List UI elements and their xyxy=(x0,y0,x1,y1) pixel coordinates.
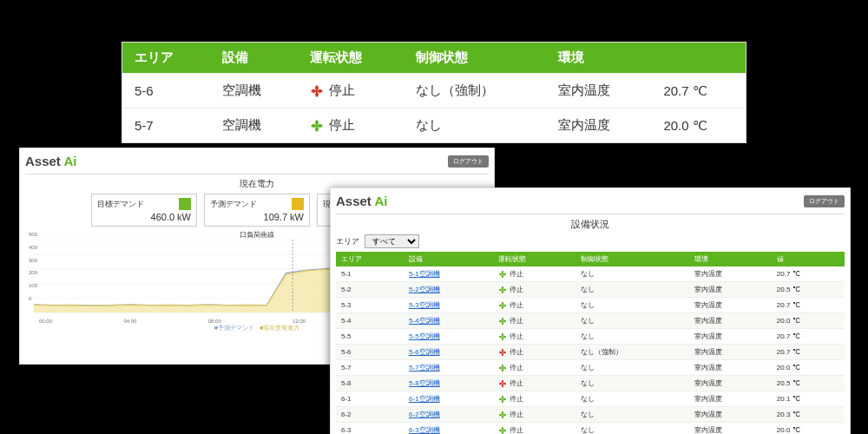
cell-area: 5-6 xyxy=(122,74,210,108)
eq-th-ctrl: 制御状態 xyxy=(575,252,688,266)
cell-env: 室内温度 xyxy=(689,298,772,313)
cell-run: 停止 xyxy=(493,376,575,391)
brand-logo: Asset Ai xyxy=(25,154,76,168)
table-row: 5-7 空調機 停止 なし 室内温度 20.0 ℃ xyxy=(122,108,746,143)
cell-ctrl: なし xyxy=(575,391,688,407)
table-row: 5-6 空調機 停止 なし（強制） 室内温度 20.7 ℃ xyxy=(122,74,746,108)
fan-icon xyxy=(498,270,507,279)
fan-icon xyxy=(498,348,507,357)
cell-equip: 5-1空調機 xyxy=(404,266,493,282)
cell-equip: 5-6空調機 xyxy=(404,345,493,360)
th-env: 環境 xyxy=(546,43,746,74)
demand-value: 460.0 kW xyxy=(97,212,191,222)
brand-asset: Asset xyxy=(336,194,374,208)
cell-env: 室内温度 xyxy=(689,345,772,360)
cell-ctrl: なし（強制） xyxy=(404,74,545,108)
status-badge-icon xyxy=(179,198,191,210)
equipment-link[interactable]: 5-8空調機 xyxy=(409,379,440,387)
cell-ctrl: なし xyxy=(575,282,688,298)
cell-area: 6-1 xyxy=(336,391,404,407)
cell-equip: 5-5空調機 xyxy=(404,329,493,345)
equipment-link[interactable]: 5-2空調機 xyxy=(409,286,440,293)
cell-val: 20.3 ℃ xyxy=(772,407,845,423)
cell-run: 停止 xyxy=(493,391,575,407)
cell-env: 室内温度 xyxy=(689,360,772,376)
eq-th-equip: 設備 xyxy=(404,252,493,266)
equipment-link[interactable]: 6-2空調機 xyxy=(409,411,440,418)
fan-icon xyxy=(498,301,507,310)
demand-label: 予測デマンド xyxy=(210,199,257,210)
brand-ai: Ai xyxy=(374,194,387,208)
cell-run: 停止 xyxy=(298,74,404,108)
equipment-link[interactable]: 6-3空調機 xyxy=(409,426,440,434)
y-tick: 500 xyxy=(29,232,37,237)
cell-area: 5-7 xyxy=(122,108,210,143)
equipment-link[interactable]: 5-7空調機 xyxy=(409,364,440,372)
cell-area: 6-3 xyxy=(336,423,404,435)
equipment-link[interactable]: 5-6空調機 xyxy=(409,348,440,356)
cell-val: 20.0 ℃ xyxy=(772,360,845,376)
cell-ctrl: なし xyxy=(575,376,688,391)
demand-box: 予測デマンド 109.7 kW xyxy=(204,194,310,227)
equipment-link[interactable]: 6-1空調機 xyxy=(409,395,440,403)
cell-ctrl: なし xyxy=(575,298,688,313)
equipment-link[interactable]: 5-5空調機 xyxy=(409,332,440,340)
cell-ctrl: なし（強制） xyxy=(575,345,688,360)
cell-run: 停止 xyxy=(493,360,575,376)
cell-ctrl: なし xyxy=(575,407,688,423)
top-status-card: エリア 設備 運転状態 制御状態 環境 5-6 空調機 停止 なし（強制） 室内… xyxy=(122,42,746,143)
fan-icon xyxy=(498,395,507,404)
cell-area: 5-8 xyxy=(336,376,404,391)
cell-val: 20.7 ℃ xyxy=(772,345,845,360)
cell-equip: 5-2空調機 xyxy=(404,282,493,298)
legend-forecast: ■予測デマンド xyxy=(214,325,254,331)
cell-val: 20.0 ℃ xyxy=(772,423,845,435)
cell-ctrl: なし xyxy=(575,313,688,329)
cell-run: 停止 xyxy=(493,282,575,298)
cell-run: 停止 xyxy=(493,298,575,313)
area-filter-select[interactable]: すべて xyxy=(365,234,419,248)
demand-box: 目標デマンド 460.0 kW xyxy=(91,194,197,227)
cell-area: 5-6 xyxy=(336,345,404,360)
chart-brand-bar: Asset Ai ログアウト xyxy=(25,152,489,174)
fan-icon xyxy=(498,332,507,341)
table-row: 5-8 5-8空調機 停止 なし 室内温度 20.5 ℃ xyxy=(336,376,845,391)
brand-ai: Ai xyxy=(63,154,76,168)
table-row: 5-7 5-7空調機 停止 なし 室内温度 20.0 ℃ xyxy=(336,360,845,376)
cell-area: 5-7 xyxy=(336,360,404,376)
area-filter-label: エリア xyxy=(336,236,359,247)
eq-th-env: 環境 xyxy=(689,252,772,266)
y-tick: 200 xyxy=(29,270,37,275)
logout-button[interactable]: ログアウト xyxy=(804,195,845,207)
table-row: 6-2 6-2空調機 停止 なし 室内温度 20.3 ℃ xyxy=(336,407,845,423)
cell-ctrl: なし xyxy=(575,266,688,282)
cell-equip: 5-7空調機 xyxy=(404,360,493,376)
cell-ctrl: なし xyxy=(404,108,545,143)
fan-icon xyxy=(498,411,507,419)
cell-run: 停止 xyxy=(493,407,575,423)
cell-equip: 6-3空調機 xyxy=(404,423,493,435)
fan-icon xyxy=(310,119,324,133)
x-tick: 04:00 xyxy=(123,319,136,324)
equipment-list-card: Asset Ai ログアウト 設備状況 エリア すべて エリア 設備 運転状態 … xyxy=(330,187,851,434)
equipment-link[interactable]: 5-3空調機 xyxy=(409,301,440,309)
cell-env-value: 20.7 ℃ xyxy=(651,74,746,108)
cell-run: 停止 xyxy=(493,423,575,435)
table-row: 6-3 6-3空調機 停止 なし 室内温度 20.0 ℃ xyxy=(336,423,845,435)
cell-ctrl: なし xyxy=(575,360,688,376)
cell-equip: 空調機 xyxy=(210,108,298,143)
cell-val: 20.7 ℃ xyxy=(772,298,845,313)
cell-val: 20.0 ℃ xyxy=(772,313,845,329)
logout-button[interactable]: ログアウト xyxy=(448,155,489,168)
cell-area: 5-3 xyxy=(336,298,404,313)
cell-run: 停止 xyxy=(493,329,575,345)
y-tick: 0 xyxy=(29,296,37,301)
status-badge-icon xyxy=(292,198,304,210)
equipment-link[interactable]: 5-1空調機 xyxy=(409,270,440,278)
fan-icon xyxy=(498,286,507,294)
cell-area: 5-4 xyxy=(336,313,404,329)
equipment-link[interactable]: 5-4空調機 xyxy=(409,317,440,325)
table-row: 6-1 6-1空調機 停止 なし 室内温度 20.1 ℃ xyxy=(336,391,845,407)
cell-run: 停止 xyxy=(493,313,575,329)
y-tick: 100 xyxy=(29,283,37,288)
